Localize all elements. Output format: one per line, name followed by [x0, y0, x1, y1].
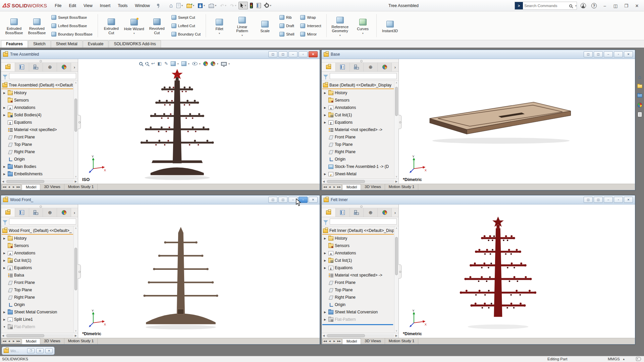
pane-tab-featuremanager[interactable]	[1, 208, 15, 217]
fillet-button[interactable]: Fillet▾	[208, 16, 230, 35]
window-titlebar-felt-inner[interactable]: Felt Inner ◫◫–▫✕	[322, 195, 635, 204]
minimized-minimize-button[interactable]: ⊟	[36, 348, 44, 353]
zoom-to-fit-button[interactable]	[139, 62, 143, 65]
taskpane-custom-properties[interactable]	[637, 111, 643, 117]
graphics-viewport-wood-front[interactable]: Y X *Dimetric	[78, 204, 320, 338]
expander-icon[interactable]: ▶	[323, 173, 327, 176]
expander-icon[interactable]: ▶	[2, 173, 6, 176]
scroll-down-icon[interactable]: ∨	[74, 329, 78, 332]
pane-tab-displaymanager[interactable]	[57, 208, 71, 217]
user-account-button[interactable]	[579, 1, 588, 10]
tree-item-material-not-specified-[interactable]: Material <not specified> ->	[322, 272, 394, 279]
tile-vertical-window-button[interactable]: ◫	[278, 51, 287, 57]
minimize-window-button[interactable]: –	[604, 51, 613, 57]
scroll-down-icon[interactable]: ∨	[74, 175, 78, 178]
expander-icon[interactable]: ▶	[323, 311, 327, 314]
pane-tab-configurationmanager[interactable]	[350, 208, 364, 217]
menu-insert[interactable]: Insert	[96, 0, 114, 11]
window-titlebar-wood-front[interactable]: Wood Front_ ◫◫–▫✕	[1, 195, 320, 204]
expander-icon[interactable]: ▶	[2, 318, 6, 321]
tree-item-front-plane[interactable]: Front Plane	[322, 279, 394, 286]
tree-item-material-not-specified-[interactable]: Material <not specified> ->	[322, 126, 394, 133]
tree-item-cut-list-1-[interactable]: ▶Cut list(1)	[322, 111, 394, 119]
tree-item-flat-pattern[interactable]: ▼Flat-Pattern	[2, 323, 73, 330]
doc-tab-motion-study-1[interactable]: Motion Study 1	[385, 338, 419, 345]
view-orientation-button[interactable]: ▾	[171, 61, 179, 66]
display-style-dropdown-icon[interactable]: ▾	[188, 62, 190, 65]
pane-tabs-expand-icon[interactable]: ›	[392, 63, 398, 71]
pane-tab-propertymanager[interactable]	[15, 208, 29, 217]
rebuild-button[interactable]	[248, 1, 255, 10]
tab-sheet-metal[interactable]: Sheet Metal	[51, 40, 83, 48]
tree-item-material-not-specified-[interactable]: Material <not specified>	[2, 126, 73, 133]
redo-button[interactable]: ↷▾	[228, 2, 238, 9]
tree-item-right-plane[interactable]: Right Plane	[322, 148, 394, 156]
doc-tab-3d-views[interactable]: 3D Views	[40, 184, 64, 190]
scrollbar-thumb[interactable]	[327, 334, 365, 337]
close-window-button[interactable]: ✕	[309, 197, 318, 203]
redo-dropdown-icon[interactable]: ▾	[235, 4, 236, 7]
graphics-viewport-tree-assembled[interactable]: ↩◧✎▾▾▾▾▾ Y X ISO	[78, 59, 320, 184]
doc-tab-model[interactable]: Model	[22, 338, 40, 345]
tree-item-split-line1[interactable]: ▶Split Line1	[2, 316, 73, 323]
window-titlebar-tree-assembled[interactable]: Tree Assembled ◫◫–▫✕	[1, 50, 320, 59]
tree-item-top-plane[interactable]: Top Plane	[322, 286, 394, 294]
pane-tab-featuremanager[interactable]	[322, 208, 336, 217]
expander-icon[interactable]: ▶	[2, 165, 6, 168]
menu-view[interactable]: View	[80, 0, 96, 11]
tab-scroll-next-icon[interactable]: ▶	[332, 340, 337, 343]
save-dropdown-icon[interactable]: ▾	[204, 4, 205, 7]
tree-vertical-scrollbar[interactable]: ∧ ∨	[394, 226, 398, 333]
taskpane-file-explorer[interactable]	[637, 93, 643, 99]
tile-vertical-window-button[interactable]: ◫	[594, 197, 603, 203]
graphics-viewport-base[interactable]: Y X *Dimetric	[399, 59, 635, 184]
tree-item-top-plane[interactable]: Top Plane	[2, 286, 73, 294]
panel-grip-handle[interactable]	[78, 264, 81, 279]
panel-splitter-handle[interactable]	[1, 59, 78, 63]
expander-icon[interactable]: ▶	[2, 259, 6, 262]
tree-item-origin[interactable]: Origin	[2, 156, 73, 163]
scroll-right-icon[interactable]: ▶	[395, 334, 397, 337]
apply-scene-dropdown-icon[interactable]: ▾	[217, 62, 218, 65]
expander-icon[interactable]: ▶	[323, 114, 327, 117]
minimized-window-bar[interactable]: Wo... ❐ ⊟ ✕	[2, 347, 55, 355]
scroll-right-icon[interactable]: ▶	[75, 180, 77, 183]
scroll-up-icon[interactable]: ∧	[74, 81, 78, 84]
doc-tab-motion-study-1[interactable]: Motion Study 1	[64, 338, 98, 345]
tile-horizontal-window-button[interactable]: ◫	[268, 197, 277, 203]
tab-scroll-prev-icon[interactable]: ◀	[7, 186, 11, 188]
tree-item-equations[interactable]: ▶Equations	[322, 264, 394, 272]
expander-icon[interactable]: ▶	[323, 266, 327, 269]
pane-tab-propertymanager[interactable]	[336, 63, 350, 71]
select-dropdown-icon[interactable]: ▾	[245, 4, 246, 7]
scale-button[interactable]: Scale	[254, 18, 276, 34]
menu-file[interactable]: File	[51, 0, 65, 11]
tree-item-embellishments[interactable]: ▶Embellishments	[2, 170, 73, 178]
tab-scroll-prev-icon[interactable]: ◀	[7, 340, 11, 343]
print-button[interactable]: ▾	[207, 2, 218, 9]
tree-item-history[interactable]: ▶History	[322, 235, 394, 242]
expander-icon[interactable]: ▶	[323, 92, 327, 95]
tree-item-front-plane[interactable]: Front Plane	[2, 279, 73, 286]
new-document-button[interactable]: ▾	[175, 2, 184, 9]
tree-item-sensors[interactable]: Sensors	[2, 242, 73, 249]
panel-splitter-handle[interactable]	[322, 204, 398, 208]
tree-horizontal-scrollbar[interactable]: ◀ ▶	[322, 333, 398, 338]
minimize-window-button[interactable]: –	[288, 51, 298, 57]
expander-icon[interactable]: ▶	[2, 252, 6, 255]
minimize-app-button[interactable]: –	[600, 1, 609, 10]
tree-item-history[interactable]: ▶History	[2, 235, 73, 242]
scroll-down-icon[interactable]: ∨	[394, 175, 398, 178]
tab-scroll-last-icon[interactable]: ▶▶	[337, 340, 341, 343]
pane-tab-dimxpertmanager[interactable]: ⊕	[43, 63, 57, 71]
scroll-right-icon[interactable]: ▶	[75, 334, 77, 337]
panel-splitter-handle[interactable]	[1, 204, 78, 208]
scroll-left-icon[interactable]: ◀	[323, 334, 325, 337]
filter-input[interactable]	[9, 219, 76, 225]
open-dropdown-icon[interactable]: ▾	[193, 4, 194, 7]
tile-horizontal-window-button[interactable]: ◫	[584, 51, 593, 57]
tree-horizontal-scrollbar[interactable]: ◀ ▶	[1, 179, 78, 184]
extruded-boss-base-button[interactable]: Extruded Boss/Base	[3, 16, 25, 35]
scroll-up-icon[interactable]: ∧	[394, 81, 398, 84]
reference-geometry-button[interactable]: Reference Geometry▾	[329, 14, 351, 37]
